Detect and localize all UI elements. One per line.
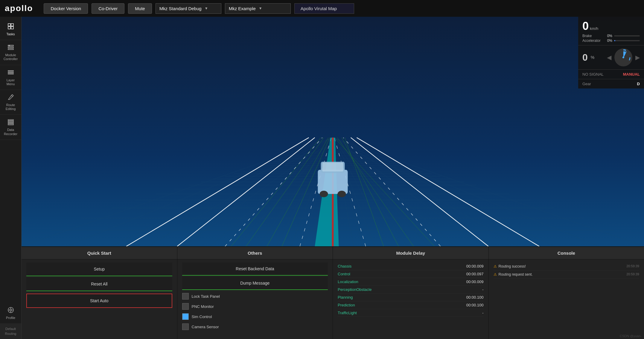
module-delay-content: Chassis00:00.009Control00:00.097Localiza… xyxy=(333,259,488,339)
sidebar-item-route-editing[interactable]: RouteEditing xyxy=(0,90,21,115)
toggle-label-camera-sensor: Camera Sensor xyxy=(192,325,219,329)
brake-label: Brake xyxy=(582,34,603,38)
manual-label: MANUAL xyxy=(623,72,640,77)
chevron-down-icon: ▼ xyxy=(205,6,208,10)
toggle-row-lock-task[interactable]: Lock Task Panel xyxy=(182,291,328,301)
toggle-checkbox-lock-task[interactable] xyxy=(182,293,189,300)
toggle-label-pnc-monitor: PNC Monitor xyxy=(192,304,214,309)
grid-background xyxy=(22,17,644,246)
sidebar-item-default-routing[interactable]: DefaultRouting xyxy=(0,324,21,339)
module-delay-value: - xyxy=(482,287,483,292)
watermark: CSDN @yuan- xyxy=(620,334,642,338)
quick-start-panel: Quick Start Setup Reset All Start Auto xyxy=(22,247,177,339)
svg-rect-92 xyxy=(318,170,348,194)
sidebar-item-tasks[interactable]: Tasks xyxy=(0,19,21,40)
profile-label: Profile xyxy=(6,316,15,320)
accel-track xyxy=(614,40,640,41)
profile-dropdown[interactable]: Mkz Standard Debug ▼ xyxy=(156,3,221,14)
accel-label: Accelerator xyxy=(582,39,603,43)
gauge-value: 0 xyxy=(582,52,588,63)
layer-menu-label: LayerMenu xyxy=(7,78,15,86)
setup-button[interactable]: Setup xyxy=(26,262,172,276)
app-logo: apollo xyxy=(5,4,33,13)
svg-rect-8 xyxy=(8,71,13,71)
map-title: Apollo Virutal Map xyxy=(294,3,354,14)
toggle-checkbox-camera-sensor[interactable] xyxy=(182,323,189,330)
console-row: ⚠Routing request sent.20:59:39 xyxy=(494,271,640,279)
module-name: Localization xyxy=(338,280,358,284)
sidebar-item-profile[interactable]: Profile xyxy=(0,303,21,324)
console-panel: Console ⚠Routing success!20:59:39⚠Routin… xyxy=(489,247,644,339)
chevron-down-icon: ▼ xyxy=(259,6,262,10)
svg-rect-0 xyxy=(8,24,10,26)
svg-rect-5 xyxy=(8,47,13,48)
bottom-panels: Quick Start Setup Reset All Start Auto O… xyxy=(22,246,644,339)
reset-all-button[interactable]: Reset All xyxy=(26,277,172,291)
toggle-row-camera-sensor[interactable]: Camera Sensor xyxy=(182,322,328,332)
module-controller-icon xyxy=(7,44,14,52)
svg-rect-11 xyxy=(8,120,13,120)
sidebar-item-layer-menu[interactable]: LayerMenu xyxy=(0,65,21,90)
svg-point-100 xyxy=(622,56,624,58)
gear-panel: Gear D xyxy=(578,79,644,88)
accel-pct: 0% xyxy=(605,39,612,43)
console-warning-icon: ⚠ xyxy=(494,264,497,268)
reset-backend-button[interactable]: Reset Backend Data xyxy=(182,262,328,276)
console-messages-container: ⚠Routing success!20:59:39⚠Routing reques… xyxy=(494,262,640,279)
quick-start-header: Quick Start xyxy=(22,247,177,259)
start-auto-button[interactable]: Start Auto xyxy=(26,294,172,308)
route-editing-icon xyxy=(7,94,14,102)
module-delay-value: 00:00.100 xyxy=(466,303,484,307)
co-driver-button[interactable]: Co-Driver xyxy=(92,3,124,14)
svg-rect-10 xyxy=(8,74,13,74)
svg-rect-1 xyxy=(11,24,13,26)
top-bar: apollo Docker Version Co-Driver Mute Mkz… xyxy=(0,0,644,17)
module-name: Prediction xyxy=(338,303,355,307)
module-row-control: Control00:00.097 xyxy=(338,270,484,278)
main-layout: Tasks ModuleController Laye xyxy=(0,17,644,339)
svg-rect-2 xyxy=(8,27,10,29)
toggle-checkbox-sim-control[interactable] xyxy=(182,313,189,320)
svg-rect-3 xyxy=(11,27,13,29)
module-row-perceptionobstacle: PerceptionObstacle- xyxy=(338,286,484,294)
mute-button[interactable]: Mute xyxy=(128,3,152,14)
console-content: ⚠Routing success!20:59:39⚠Routing reques… xyxy=(489,259,644,339)
sidebar-item-module-controller[interactable]: ModuleController xyxy=(0,40,21,65)
gauge-left-arrow: ◀ xyxy=(607,54,611,61)
hud-overlay: 0 km/h Brake 0% Accelerator xyxy=(578,17,644,88)
layer-menu-icon xyxy=(7,69,14,77)
others-content: Reset Backend Data Dump Message Lock Tas… xyxy=(177,259,333,339)
svg-rect-12 xyxy=(8,121,13,122)
dump-message-button[interactable]: Dump Message xyxy=(182,277,328,290)
speed-panel: 0 km/h Brake 0% Accelerator xyxy=(578,17,644,45)
toggle-checkbox-pnc-monitor[interactable] xyxy=(182,303,189,310)
module-row-prediction: Prediction00:00.100 xyxy=(338,301,484,309)
svg-line-99 xyxy=(623,52,626,57)
svg-rect-9 xyxy=(8,72,13,73)
module-name: Control xyxy=(338,272,350,276)
docker-version-button[interactable]: Docker Version xyxy=(44,3,88,14)
brake-track xyxy=(614,35,640,36)
content-area: 0 km/h Brake 0% Accelerator xyxy=(22,17,644,339)
map-dropdown[interactable]: Mkz Example ▼ xyxy=(225,3,291,14)
module-delay-value: 00:00.009 xyxy=(466,280,484,284)
toggle-row-pnc-monitor[interactable]: PNC Monitor xyxy=(182,301,328,311)
toggle-row-sim-control[interactable]: Sim Control xyxy=(182,311,328,322)
gear-label: Gear xyxy=(582,82,591,86)
3d-view[interactable]: 0 km/h Brake 0% Accelerator xyxy=(22,17,644,246)
module-row-chassis: Chassis00:00.009 xyxy=(338,262,484,270)
toggle-label-sim-control: Sim Control xyxy=(192,314,212,319)
module-delay-header: Module Delay xyxy=(333,247,488,259)
quick-start-content: Setup Reset All Start Auto xyxy=(22,259,177,339)
svg-point-95 xyxy=(319,191,328,197)
sidebar-item-data-recorder[interactable]: DataRecorder xyxy=(0,115,21,140)
speed-unit: km/h xyxy=(590,26,598,31)
gauge-pct: % xyxy=(591,55,594,60)
speed-value: 0 xyxy=(582,20,589,33)
svg-rect-94 xyxy=(322,163,343,172)
data-recorder-icon xyxy=(7,118,14,127)
gauge-circle xyxy=(614,48,632,66)
module-name: TrafficLight xyxy=(338,311,357,315)
gear-value: D xyxy=(637,82,640,86)
toggle-label-lock-task: Lock Task Panel xyxy=(192,294,220,299)
